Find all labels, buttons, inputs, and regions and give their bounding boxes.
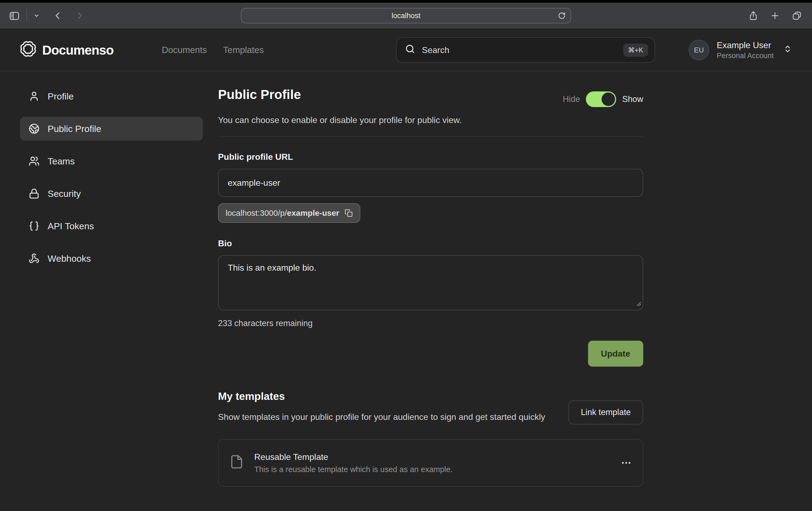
page-subtitle: You can choose to enable or disable your… — [218, 114, 643, 126]
sidebar-item-api-tokens[interactable]: API Tokens — [20, 214, 203, 238]
file-icon — [229, 454, 244, 471]
profile-url-slug: example-user — [287, 208, 339, 218]
app-header: Documenso Documents Templates ⌘+K EU Exa… — [0, 29, 812, 71]
section-divider — [218, 136, 643, 137]
settings-sidebar: Profile Public Profile Teams — [20, 84, 203, 511]
templates-section-description: Show templates in your public profile fo… — [218, 410, 569, 424]
resize-handle-icon[interactable] — [636, 299, 642, 309]
sidebar-item-label: Profile — [48, 91, 74, 102]
visibility-toggle-row: Hide Show — [563, 91, 643, 107]
page: localhost — [0, 0, 812, 511]
sidebar-toggle-icon[interactable] — [9, 10, 20, 21]
page-title: Public Profile — [218, 87, 301, 103]
search-shortcut-badge: ⌘+K — [623, 43, 648, 57]
sidebar-item-profile[interactable]: Profile — [20, 84, 203, 108]
sidebar-item-webhooks[interactable]: Webhooks — [20, 247, 203, 270]
template-more-menu-button[interactable] — [620, 457, 632, 469]
browser-toolbar: localhost — [0, 3, 812, 29]
reload-icon[interactable] — [558, 12, 566, 20]
account-menu[interactable]: EU Example User Personal Account — [689, 40, 792, 60]
user-icon — [29, 91, 39, 102]
chevron-down-icon[interactable] — [33, 13, 39, 19]
account-meta: Example User Personal Account — [717, 40, 774, 60]
template-title: Reusable Template — [254, 451, 453, 463]
new-tab-icon[interactable] — [770, 10, 780, 21]
main-panel: Public Profile Hide Show You can choose … — [218, 84, 643, 511]
profile-url-label: Public profile URL — [218, 151, 643, 162]
search-input[interactable] — [422, 45, 623, 55]
sidebar-item-label: Public Profile — [48, 124, 101, 134]
account-type: Personal Account — [717, 51, 774, 60]
globe-icon — [29, 123, 39, 134]
share-icon[interactable] — [748, 10, 758, 21]
sidebar-item-teams[interactable]: Teams — [20, 149, 203, 173]
brand-name: Documenso — [42, 43, 114, 58]
sidebar-item-public-profile[interactable]: Public Profile — [20, 117, 203, 141]
profile-url-prefix: localhost:3000/p/ — [226, 208, 287, 218]
search-icon — [405, 44, 415, 56]
brand[interactable]: Documenso — [20, 41, 114, 59]
window-top-edge — [0, 0, 812, 3]
update-button[interactable]: Update — [588, 341, 643, 367]
profile-url-input[interactable] — [218, 169, 643, 197]
link-template-button[interactable]: Link template — [569, 400, 643, 424]
title-row: Public Profile Hide Show — [218, 84, 643, 107]
sidebar-item-label: API Tokens — [48, 221, 94, 232]
profile-visibility-toggle[interactable] — [586, 91, 616, 107]
browser-toolbar-left — [9, 9, 84, 22]
braces-icon — [29, 221, 39, 232]
webhook-icon — [29, 253, 39, 264]
bio-textarea-wrap: This is an example bio. — [218, 255, 643, 310]
bio-characters-remaining: 233 characters remaining — [218, 318, 643, 329]
sidebar-item-label: Teams — [48, 156, 75, 167]
templates-header: My templates Show templates in your publ… — [218, 389, 643, 424]
copy-icon[interactable] — [345, 209, 353, 217]
browser-toolbar-right — [748, 10, 802, 21]
nav-templates[interactable]: Templates — [223, 45, 264, 55]
back-icon[interactable] — [54, 11, 62, 21]
lock-icon — [29, 188, 39, 199]
sidebar-item-security[interactable]: Security — [20, 182, 203, 206]
users-icon — [29, 156, 39, 167]
update-row: Update — [218, 341, 643, 367]
account-name: Example User — [717, 40, 774, 50]
template-description: This is a reusable template which is use… — [254, 464, 453, 475]
address-bar[interactable]: localhost — [241, 8, 571, 24]
template-meta: Reusable Template This is a reusable tem… — [254, 451, 453, 475]
tab-overview-icon[interactable] — [791, 10, 802, 21]
toggle-show-label: Show — [622, 94, 643, 104]
template-card[interactable]: Reusable Template This is a reusable tem… — [218, 439, 643, 487]
sidebar-item-label: Security — [48, 188, 81, 199]
documenso-logo-icon — [20, 41, 36, 59]
nav-documents[interactable]: Documents — [162, 45, 207, 55]
search-bar[interactable]: ⌘+K — [396, 37, 655, 63]
bio-textarea[interactable]: This is an example bio. — [218, 255, 643, 310]
templates-section-title: My templates — [218, 389, 569, 403]
templates-titles: My templates Show templates in your publ… — [218, 389, 569, 424]
sidebar-item-label: Webhooks — [48, 253, 91, 264]
bio-label: Bio — [218, 238, 643, 249]
profile-url-copy-chip[interactable]: localhost:3000/p/example-user — [218, 203, 360, 223]
content: Profile Public Profile Teams — [0, 71, 812, 511]
toggle-hide-label: Hide — [563, 94, 580, 104]
toolbar-divider — [27, 9, 27, 22]
avatar: EU — [689, 40, 709, 60]
top-nav: Documents Templates — [162, 45, 264, 55]
chevrons-up-down-icon — [783, 44, 792, 55]
toggle-knob — [602, 92, 615, 106]
address-url: localhost — [392, 11, 420, 20]
forward-icon[interactable] — [75, 11, 84, 21]
